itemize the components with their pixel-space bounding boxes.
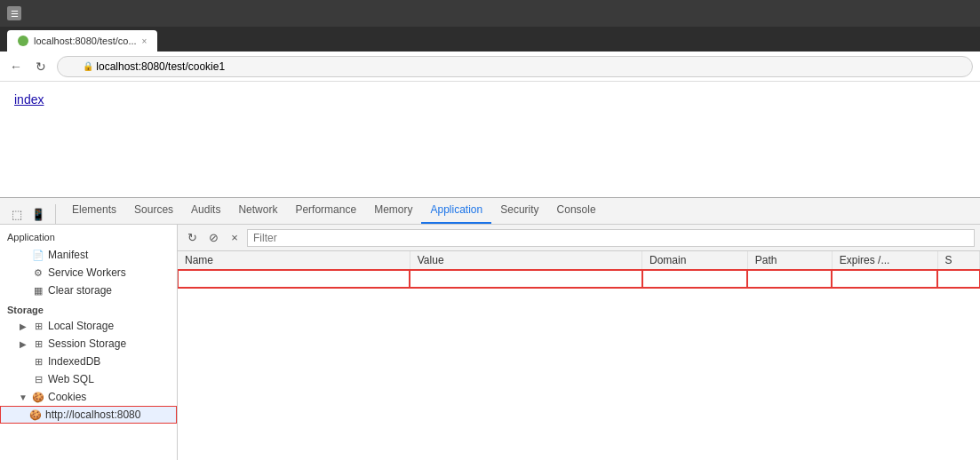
tab-audits[interactable]: Audits xyxy=(182,197,229,224)
address-bar: ← ↻ 🔒 localhost:8080/test/cookie1 xyxy=(0,52,980,82)
tab-label: localhost:8080/test/co... xyxy=(34,36,137,46)
active-tab[interactable]: localhost:8080/test/co... × xyxy=(7,30,157,52)
sidebar-item-cookies-localhost[interactable]: 🍪 http://localhost:8080 xyxy=(0,406,177,424)
cell-name xyxy=(178,270,410,288)
sidebar-label-cookies: Cookies xyxy=(48,391,86,403)
col-header-path: Path xyxy=(747,251,832,270)
tab-favicon xyxy=(18,36,28,46)
sidebar-label-idb: IndexedDB xyxy=(48,355,100,368)
back-button[interactable]: ← xyxy=(7,58,25,75)
sidebar-expand-cookies: ▼ xyxy=(18,393,28,402)
address-url-text: localhost:8080/test/cookie1 xyxy=(96,60,225,73)
tab-memory[interactable]: Memory xyxy=(365,197,421,224)
page-content: index xyxy=(0,82,980,197)
sidebar-expand-ls: ▶ xyxy=(18,321,28,331)
col-header-expires: Expires /... xyxy=(832,251,937,270)
cookies-localhost-icon: 🍪 xyxy=(29,408,42,421)
tab-sources[interactable]: Sources xyxy=(125,197,182,224)
browser-menu-icon[interactable]: ☰ xyxy=(7,6,21,20)
reload-button[interactable]: ↻ xyxy=(32,58,50,75)
sidebar-label-cs: Clear storage xyxy=(48,284,112,297)
sidebar-label-wsql: Web SQL xyxy=(48,373,94,385)
tab-security[interactable]: Security xyxy=(491,197,547,224)
cookies-icon: 🍪 xyxy=(32,391,44,403)
sidebar-item-service-workers[interactable]: ⚙ Service Workers xyxy=(0,264,177,282)
tab-elements[interactable]: Elements xyxy=(63,197,125,224)
devtools-tab-bar: ⬚ 📱 Elements Sources Audits Network Perf… xyxy=(0,198,980,225)
tab-network[interactable]: Network xyxy=(229,197,286,224)
sidebar-item-indexeddb[interactable]: ⊞ IndexedDB xyxy=(0,353,177,370)
devtools-select-icon[interactable]: ⬚ xyxy=(7,204,27,224)
col-header-domain: Domain xyxy=(642,251,748,270)
devtools-panel: ⬚ 📱 Elements Sources Audits Network Perf… xyxy=(0,197,980,460)
sidebar-item-clear-storage[interactable]: ▦ Clear storage xyxy=(0,282,177,299)
tab-bar: localhost:8080/test/co... × xyxy=(0,27,980,52)
index-link[interactable]: index xyxy=(14,92,44,107)
sidebar-section-storage: Storage xyxy=(0,299,177,317)
sidebar-item-web-sql[interactable]: ⊟ Web SQL xyxy=(0,370,177,388)
address-input[interactable]: 🔒 localhost:8080/test/cookie1 xyxy=(57,56,973,77)
session-storage-icon: ⊞ xyxy=(32,337,44,350)
browser-controls: ☰ xyxy=(7,6,21,20)
panel-toolbar: ↻ ⊘ × xyxy=(178,225,980,251)
manifest-icon: 📄 xyxy=(32,249,44,261)
browser-chrome: ☰ xyxy=(0,0,980,27)
sidebar-item-local-storage[interactable]: ▶ ⊞ Local Storage xyxy=(0,317,177,335)
filter-input[interactable] xyxy=(247,229,975,247)
sidebar-label-ls: Local Storage xyxy=(48,320,114,332)
clear-storage-icon: ▦ xyxy=(32,284,44,297)
table-row[interactable] xyxy=(178,270,980,288)
clear-button[interactable]: × xyxy=(226,229,243,247)
service-workers-icon: ⚙ xyxy=(32,266,44,279)
col-header-s: S xyxy=(937,251,980,270)
local-storage-icon: ⊞ xyxy=(32,320,44,332)
tab-application[interactable]: Application xyxy=(421,197,491,224)
col-header-value: Value xyxy=(410,251,641,270)
web-sql-icon: ⊟ xyxy=(32,373,44,385)
block-button[interactable]: ⊘ xyxy=(204,229,222,247)
table-header-row: Name Value Domain Path Expires /... S xyxy=(178,251,980,270)
sidebar-expand-ss: ▶ xyxy=(18,339,28,349)
tab-close-button[interactable]: × xyxy=(142,36,147,46)
col-header-name: Name xyxy=(178,251,410,270)
sidebar-item-session-storage[interactable]: ▶ ⊞ Session Storage xyxy=(0,335,177,353)
cookies-table-container: Name Value Domain Path Expires /... S xyxy=(178,251,980,460)
cell-path xyxy=(747,270,832,288)
cookies-table-body xyxy=(178,270,980,288)
cell-s xyxy=(937,270,980,288)
devtools-body: Application 📄 Manifest ⚙ Service Workers… xyxy=(0,225,980,460)
tab-console[interactable]: Console xyxy=(548,197,605,224)
sidebar-item-manifest[interactable]: 📄 Manifest xyxy=(0,246,177,264)
cell-expires xyxy=(832,270,937,288)
cell-value xyxy=(410,270,641,288)
tab-performance[interactable]: Performance xyxy=(286,197,365,224)
cell-domain xyxy=(642,270,748,288)
devtools-device-icon[interactable]: 📱 xyxy=(28,204,48,224)
indexeddb-icon: ⊞ xyxy=(32,355,44,368)
cookies-table: Name Value Domain Path Expires /... S xyxy=(178,251,980,288)
devtools-sidebar: Application 📄 Manifest ⚙ Service Workers… xyxy=(0,225,178,460)
sidebar-label-ss: Session Storage xyxy=(48,337,126,350)
sidebar-section-application: Application xyxy=(0,228,177,246)
devtools-main-panel: ↻ ⊘ × Name Value Domain Path Expires /..… xyxy=(178,225,980,460)
devtools-icon-group: ⬚ 📱 xyxy=(7,204,56,224)
lock-icon: 🔒 xyxy=(83,61,93,71)
refresh-button[interactable]: ↻ xyxy=(183,229,201,247)
sidebar-label-sw: Service Workers xyxy=(48,266,126,279)
sidebar-label-manifest: Manifest xyxy=(48,249,88,261)
sidebar-label-cookies-localhost: http://localhost:8080 xyxy=(45,408,140,421)
sidebar-item-cookies[interactable]: ▼ 🍪 Cookies xyxy=(0,388,177,406)
